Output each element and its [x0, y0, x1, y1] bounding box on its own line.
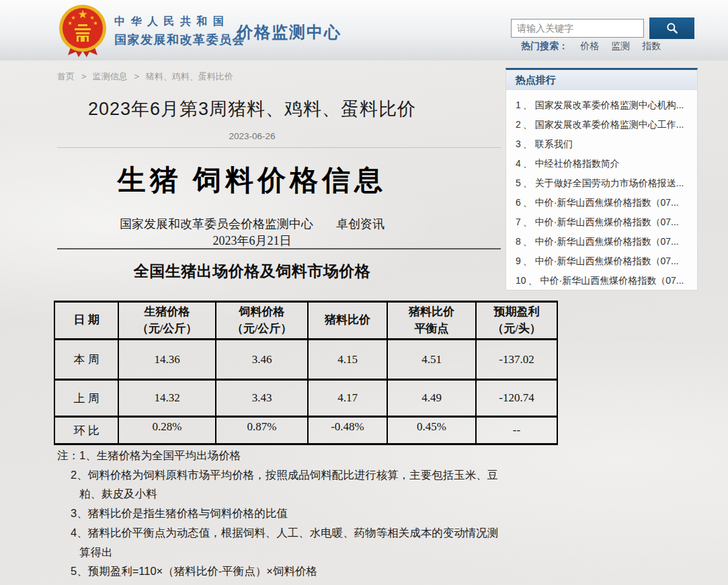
table-header-cell: 生猪价格（元/公斤） [118, 302, 216, 340]
hot-rank-item[interactable]: 5、关于做好全国劳动力市场价格报送... [516, 173, 690, 193]
table-header-cell: 预期盈利（元/头） [476, 302, 557, 340]
item-number: 5 [516, 178, 521, 188]
site-title: 价格监测中心 [237, 22, 341, 43]
national-emblem-icon[interactable]: ★ ★ ★ ★ ★ [58, 3, 108, 60]
note-line: 注：1、生猪价格为全国平均出场价格 [57, 446, 506, 465]
item-label: 中价·新华山西焦煤价格指数（07... [535, 256, 679, 266]
table-cell: 14.36 [118, 340, 216, 380]
hot-rank-item[interactable]: 10、中价·新华山西焦煤价格指数（07... [516, 271, 690, 290]
table-cell: -- [476, 417, 557, 444]
table-cell: -137.02 [476, 340, 557, 380]
search-button[interactable] [649, 17, 694, 39]
hot-rank-item[interactable]: 6、中价·新华山西焦煤价格指数（07... [516, 193, 690, 212]
table-cell: 4.15 [308, 340, 387, 380]
item-number: 7 [516, 217, 521, 227]
row-label: 环 比 [54, 417, 118, 444]
table-cell: 14.32 [118, 380, 216, 417]
document-title: 生猪 饲料价格信息 [57, 161, 447, 199]
byline-org: 国家发展和改革委员会价格监测中心 [120, 217, 313, 231]
item-separator: 、 [528, 275, 538, 286]
table-notes: 注：1、生猪价格为全国平均出场价格 2、饲料价格为饲料原料市场平均价格，按照成品… [57, 446, 506, 581]
item-separator: 、 [523, 139, 532, 149]
table-row: 环 比 0.28% 0.87% -0.48% 0.45% -- [54, 417, 557, 444]
page-title: 2023年6月第3周猪料、鸡料、蛋料比价 [57, 97, 447, 121]
price-table: 日 期 生猪价格（元/公斤） 饲料价格（元/公斤） 猪料比价 猪料比价平衡点 预… [54, 301, 558, 445]
divider [57, 147, 501, 148]
table-header-cell: 猪料比价平衡点 [387, 302, 476, 340]
table-cell: 0.45% [387, 417, 476, 444]
table-cell: 4.17 [308, 380, 387, 417]
hot-rank-item[interactable]: 4、中经社价格指数简介 [516, 154, 690, 173]
breadcrumb-separator: > [134, 71, 139, 81]
hot-rank-item[interactable]: 9、中价·新华山西焦煤价格指数（07... [516, 251, 690, 271]
hot-rank-item[interactable]: 3、联系我们 [516, 134, 690, 154]
hot-search-term-monitor[interactable]: 监测 [611, 40, 630, 51]
search-input[interactable] [511, 19, 644, 38]
byline-source: 卓创资讯 [336, 217, 385, 231]
item-label: 中价·新华山西焦煤价格指数（07... [535, 197, 679, 208]
item-label: 中价·新华山西焦煤价格指数（07... [535, 236, 679, 247]
item-label: 关于做好全国劳动力市场价格报送... [535, 178, 684, 188]
item-separator: 、 [523, 178, 532, 188]
page-background: ★ ★ ★ ★ ★ 中华人民共和国 国家发展和改革委员会 价格监测中心 热门搜索… [0, 0, 728, 585]
row-label: 上 周 [54, 380, 118, 417]
item-number: 1 [516, 100, 521, 110]
org-name: 中华人民共和国 国家发展和改革委员会 [114, 15, 245, 48]
item-number: 6 [516, 197, 521, 208]
org-name-line2: 国家发展和改革委员会 [114, 32, 245, 48]
item-number: 4 [516, 158, 521, 169]
note-line: 粕、麸皮及小料 [57, 484, 506, 504]
table-cell: 3.43 [216, 380, 308, 417]
search-icon [665, 22, 679, 35]
header-band: ★ ★ ★ ★ ★ 中华人民共和国 国家发展和改革委员会 价格监测中心 热门搜索… [0, 0, 728, 61]
note-line: 算得出 [57, 543, 506, 562]
item-number: 9 [516, 256, 521, 266]
item-number: 2 [516, 119, 521, 130]
item-number: 8 [516, 236, 521, 247]
hot-rank-list: 1、国家发展改革委价格监测中心机构... 2、国家发展改革委价格监测中心工作..… [506, 95, 697, 290]
svg-text:★: ★ [93, 20, 97, 26]
breadcrumb: 首页 > 监测信息 > 猪料、鸡料、蛋料比价 [57, 71, 233, 83]
item-separator: 、 [523, 119, 532, 130]
hot-search-label: 热门搜索： [521, 40, 568, 51]
document-date: 2023年6月21日 [57, 233, 447, 249]
table-cell: 0.87% [216, 417, 308, 444]
note-line: 2、饲料价格为饲料原料市场平均价格，按照成品饲料配比进行核算，主要包括玉米、豆 [57, 465, 506, 485]
hot-search-term-index[interactable]: 指数 [642, 40, 661, 51]
hot-rank-item[interactable]: 8、中价·新华山西焦煤价格指数（07... [516, 232, 690, 251]
hot-search: 热门搜索： 价格 监测 指数 [471, 40, 694, 52]
hot-search-term-price[interactable]: 价格 [580, 40, 599, 51]
item-separator: 、 [523, 158, 532, 169]
item-label: 中价·新华山西焦煤价格指数（07... [540, 275, 684, 286]
breadcrumb-separator: > [81, 71, 87, 81]
table-header-cell: 饲料价格（元/公斤） [216, 302, 308, 340]
divider [57, 248, 501, 249]
row-label: 本 周 [54, 340, 118, 380]
breadcrumb-item-monitor-info[interactable]: 监测信息 [93, 71, 128, 81]
note-line: 4、猪料比价平衡点为动态值，根据饲料、人工、水电暖、药物等相关成本的变动情况测 [57, 523, 506, 543]
table-row: 本 周 14.36 3.46 4.15 4.51 -137.02 [54, 340, 557, 380]
table-cell: -0.48% [308, 417, 387, 444]
hot-rank-title: 热点排行 [506, 70, 697, 90]
note-line: 3、猪料比价是指生猪价格与饲料价格的比值 [57, 504, 506, 523]
table-cell: 0.28% [118, 417, 216, 444]
hot-rank-item[interactable]: 1、国家发展改革委价格监测中心机构... [516, 95, 690, 115]
breadcrumb-item-home[interactable]: 首页 [57, 71, 75, 81]
hot-rank-item[interactable]: 2、国家发展改革委价格监测中心工作... [516, 115, 690, 134]
table-cell: 3.46 [216, 340, 308, 380]
item-label: 中价·新华山西焦煤价格指数（07... [535, 217, 679, 227]
table-cell: 4.51 [387, 340, 476, 380]
svg-text:★: ★ [77, 7, 87, 21]
table-cell: 4.49 [387, 380, 476, 417]
item-label: 联系我们 [535, 139, 573, 149]
table-header-row: 日 期 生猪价格（元/公斤） 饲料价格（元/公斤） 猪料比价 猪料比价平衡点 预… [54, 302, 557, 340]
note-line: 5、预期盈利=110×（猪料比价-平衡点）×饲料价格 [57, 561, 506, 581]
item-separator: 、 [523, 217, 532, 227]
table-header-cell: 日 期 [54, 302, 118, 340]
table-header-cell: 猪料比价 [308, 302, 387, 340]
svg-text:★: ★ [67, 20, 72, 26]
table-cell: -120.74 [476, 380, 557, 417]
hot-rank-item[interactable]: 7、中价·新华山西焦煤价格指数（07... [516, 212, 690, 232]
item-label: 国家发展改革委价格监测中心机构... [535, 100, 684, 110]
item-separator: 、 [523, 197, 532, 208]
